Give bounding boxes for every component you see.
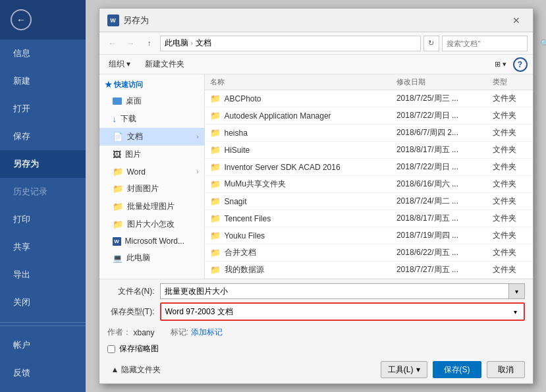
- file-table: 名称 修改日期 类型 📁 ABCPhoto 2018/7/25/周三 ... 文…: [205, 74, 533, 279]
- sidebar-item-info[interactable]: 信息: [0, 40, 86, 67]
- table-row[interactable]: 📁 Youku Files 2018/7/19/周四 ... 文件夹: [205, 227, 533, 244]
- file-name-cell: 📁 MuMu共享文件夹: [205, 176, 391, 193]
- col-type[interactable]: 类型: [487, 74, 533, 90]
- hide-panel-button[interactable]: ▲ 隐藏文件夹: [107, 362, 165, 378]
- nav-forward-button[interactable]: →: [123, 36, 139, 51]
- file-type-cell: 文件夹: [487, 262, 533, 279]
- refresh-button[interactable]: ↻: [423, 36, 439, 51]
- tools-dropdown-icon: ▾: [416, 365, 420, 374]
- nav-item-desktop[interactable]: 桌面: [99, 92, 204, 110]
- sidebar-item-print[interactable]: 打印: [0, 206, 86, 233]
- tag-label: 标记:: [171, 327, 188, 338]
- sidebar-item-history[interactable]: 历史记录: [0, 178, 86, 206]
- folder-icon-cover: 📁: [113, 184, 123, 194]
- file-name-cell: 📁 Youku Files: [205, 227, 391, 244]
- nav-item-image-size[interactable]: 📁 图片大小怎改: [99, 215, 204, 233]
- author-label: 作者：: [107, 327, 131, 338]
- filename-row: 文件名(N): ▾: [107, 283, 525, 299]
- savetype-input-group: Word 97-2003 文档 ▾: [160, 302, 525, 321]
- author-item: 作者： xbany: [107, 327, 155, 338]
- desktop-icon: [113, 98, 122, 105]
- savetype-dropdown-button[interactable]: ▾: [508, 304, 524, 320]
- file-date-cell: 2018/7/22/周日 ...: [391, 107, 487, 125]
- sidebar-back-button[interactable]: ←: [11, 9, 32, 30]
- sidebar-item-feedback[interactable]: 反馈: [0, 359, 86, 387]
- dialog-toolbar: ← → ↑ 此电脑 › 文档 ↻ 🔍: [99, 32, 533, 55]
- download-icon: ↓: [113, 114, 117, 124]
- nav-item-this-pc[interactable]: 💻 此电脑: [99, 249, 204, 267]
- nav-item-batch-process[interactable]: 📁 批量处理图片: [99, 198, 204, 215]
- quick-access-header[interactable]: ★ 快速访问: [99, 77, 204, 92]
- file-date-cell: 2018/8/17/周五 ...: [391, 210, 487, 227]
- thumbnail-checkbox[interactable]: [107, 345, 115, 353]
- cancel-button[interactable]: 取消: [487, 361, 525, 378]
- table-row[interactable]: 📁 Inventor Server SDK ACAD 2016 2018/7/2…: [205, 159, 533, 176]
- col-name[interactable]: 名称: [205, 74, 391, 90]
- footer-right-buttons: 工具(L) ▾ 保存(S) 取消: [381, 361, 525, 378]
- author-value: xbany: [134, 328, 155, 337]
- word-icon: W: [107, 14, 119, 26]
- filename-input[interactable]: [160, 283, 509, 299]
- savetype-select[interactable]: Word 97-2003 文档 ▾: [160, 302, 525, 321]
- thumbnail-label: 保存缩略图: [119, 343, 159, 354]
- nav-back-button[interactable]: ←: [105, 36, 121, 51]
- sidebar-item-close[interactable]: 关闭: [0, 289, 86, 316]
- nav-item-cover-images[interactable]: 📁 封面图片: [99, 180, 204, 198]
- new-folder-button[interactable]: 新建文件夹: [140, 57, 190, 72]
- table-row[interactable]: 📁 合并文档 2018/6/22/周五 ... 文件夹: [205, 244, 533, 262]
- nav-arrow-word: ›: [196, 168, 198, 175]
- file-type-cell: 文件夹: [487, 210, 533, 227]
- sidebar-item-saveas[interactable]: 另存为: [0, 150, 86, 178]
- sidebar-item-new[interactable]: 新建: [0, 67, 86, 95]
- help-button[interactable]: ?: [513, 57, 528, 72]
- sidebar-item-share[interactable]: 共享: [0, 233, 86, 261]
- organize-button[interactable]: 组织 ▾: [105, 57, 134, 72]
- sidebar-item-account[interactable]: 帐户: [0, 331, 86, 359]
- file-name-cell: 📁 Snagit: [205, 193, 391, 210]
- view-button[interactable]: ⊞ ▾: [491, 59, 510, 70]
- sidebar-divider: [0, 322, 86, 323]
- nav-up-button[interactable]: ↑: [142, 36, 157, 51]
- file-date-cell: 2018/6/22/周五 ...: [391, 244, 487, 262]
- file-name-cell: 📁 Autodesk Application Manager: [205, 107, 391, 125]
- nav-item-documents[interactable]: 📄 文档 ›: [99, 128, 204, 146]
- table-row[interactable]: 📁 Autodesk Application Manager 2018/7/22…: [205, 107, 533, 125]
- nav-item-pictures[interactable]: 🖼 图片: [99, 146, 204, 163]
- sidebar-item-save[interactable]: 保存: [0, 123, 86, 150]
- file-date-cell: 2018/7/22/周日 ...: [391, 159, 487, 176]
- file-type-cell: 文件夹: [487, 244, 533, 262]
- footer-buttons: ▲ 隐藏文件夹 工具(L) ▾ 保存(S) 取消: [107, 357, 525, 379]
- filename-dropdown-button[interactable]: ▾: [509, 283, 525, 299]
- table-row[interactable]: 📁 我的数据源 2018/7/27/周五 ... 文件夹: [205, 262, 533, 279]
- sidebar-header: ←: [0, 0, 86, 40]
- search-input[interactable]: [447, 40, 537, 47]
- nav-item-ms-word[interactable]: W Microsoft Word...: [99, 233, 204, 249]
- dialog-footer: 文件名(N): ▾ 保存类型(T): Word 97-2003 文档 ▾: [99, 279, 533, 383]
- save-button[interactable]: 保存(S): [433, 361, 481, 378]
- sidebar-item-export[interactable]: 导出: [0, 261, 86, 289]
- dialog-close-button[interactable]: ✕: [508, 12, 525, 29]
- table-row[interactable]: 📁 Tencent Files 2018/8/17/周五 ... 文件夹: [205, 210, 533, 227]
- address-bar[interactable]: 此电脑 › 文档: [160, 36, 421, 51]
- folder-icon-7: 📁: [210, 213, 221, 223]
- add-tag-link[interactable]: 添加标记: [191, 327, 223, 338]
- table-row[interactable]: 📁 MuMu共享文件夹 2018/6/16/周六 ... 文件夹: [205, 176, 533, 193]
- sidebar-item-open[interactable]: 打开: [0, 95, 86, 123]
- folder-icon-2: 📁: [210, 128, 221, 138]
- file-date-cell: 2018/7/19/周四 ...: [391, 227, 487, 244]
- table-row[interactable]: 📁 Snagit 2018/7/24/周二 ... 文件夹: [205, 193, 533, 210]
- file-name-cell: 📁 Tencent Files: [205, 210, 391, 227]
- nav-item-download[interactable]: ↓ 下载: [99, 110, 204, 128]
- file-type-cell: 文件夹: [487, 193, 533, 210]
- table-row[interactable]: 📁 heisha 2018/6/7/周四 2... 文件夹: [205, 125, 533, 142]
- tools-button[interactable]: 工具(L) ▾: [381, 361, 427, 378]
- table-row[interactable]: 📁 ABCPhoto 2018/7/25/周三 ... 文件夹: [205, 90, 533, 107]
- col-date[interactable]: 修改日期: [391, 74, 487, 90]
- computer-icon: 💻: [113, 254, 123, 263]
- nav-item-word[interactable]: 📁 Word ›: [99, 163, 204, 180]
- filename-input-group: ▾: [160, 283, 525, 299]
- file-panel[interactable]: 名称 修改日期 类型 📁 ABCPhoto 2018/7/25/周三 ... 文…: [205, 74, 533, 279]
- word-sidebar: ← 信息 新建 打开 保存 另存为 历史记录 打印 共享 导出 关闭 帐户 反馈: [0, 0, 86, 392]
- action-buttons-left: 组织 ▾ 新建文件夹: [105, 57, 190, 72]
- table-row[interactable]: 📁 HiSuite 2018/8/17/周五 ... 文件夹: [205, 142, 533, 159]
